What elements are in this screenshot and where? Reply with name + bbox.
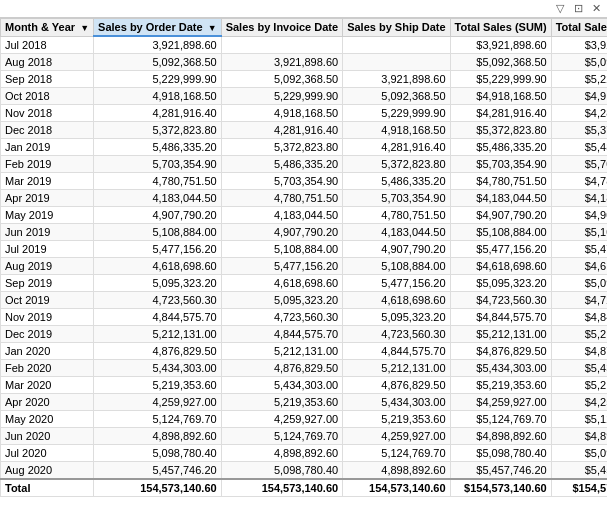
cell-total-sumx: $4,918,168.50 [551, 88, 607, 105]
cell-invoice: 5,477,156.20 [221, 258, 343, 275]
cell-invoice: 4,876,829.50 [221, 360, 343, 377]
cell-month: Feb 2019 [1, 156, 94, 173]
cell-total-sumx: $4,907,790.20 [551, 207, 607, 224]
table-row: Aug 2020 5,457,746.20 5,098,780.40 4,898… [1, 462, 608, 480]
table-row: Sep 2019 5,095,323.20 4,618,698.60 5,477… [1, 275, 608, 292]
cell-total-sum: $4,183,044.50 [450, 190, 551, 207]
cell-total-sumx: $4,898,892.60 [551, 428, 607, 445]
cell-month: Aug 2018 [1, 54, 94, 71]
total-sum: $154,573,140.60 [450, 479, 551, 497]
cell-month: Jan 2020 [1, 343, 94, 360]
cell-total-sum: $5,212,131.00 [450, 326, 551, 343]
cell-total-sumx: $4,183,044.50 [551, 190, 607, 207]
table-row: Nov 2018 4,281,916.40 4,918,168.50 5,229… [1, 105, 608, 122]
cell-total-sum: $5,092,368.50 [450, 54, 551, 71]
cell-total-sum: $4,780,751.50 [450, 173, 551, 190]
cell-order: 4,723,560.30 [94, 292, 222, 309]
table-row: Jun 2020 4,898,892.60 5,124,769.70 4,259… [1, 428, 608, 445]
cell-month: Dec 2019 [1, 326, 94, 343]
cell-invoice: 4,844,575.70 [221, 326, 343, 343]
sales-table: Month & Year ▼ Sales by Order Date ▼ Sal… [0, 18, 607, 497]
cell-ship: 4,618,698.60 [343, 292, 450, 309]
table-row: Aug 2018 5,092,368.50 3,921,898.60 $5,09… [1, 54, 608, 71]
cell-ship: 5,477,156.20 [343, 275, 450, 292]
cell-invoice: 5,124,769.70 [221, 428, 343, 445]
table-row: Jul 2018 3,921,898.60 $3,921,898.60 $3,9… [1, 36, 608, 54]
cell-total-sumx: $5,124,769.70 [551, 411, 607, 428]
table-container: Month & Year ▼ Sales by Order Date ▼ Sal… [0, 18, 607, 506]
cell-invoice: 5,219,353.60 [221, 394, 343, 411]
cell-total-sumx: $5,477,156.20 [551, 241, 607, 258]
cell-month: Jun 2019 [1, 224, 94, 241]
cell-total-sum: $5,434,303.00 [450, 360, 551, 377]
cell-total-sumx: $4,259,927.00 [551, 394, 607, 411]
cell-total-sumx: $5,229,999.90 [551, 71, 607, 88]
col-header-total-sum[interactable]: Total Sales (SUM) [450, 19, 551, 37]
cell-ship: 5,434,303.00 [343, 394, 450, 411]
cell-invoice: 4,618,698.60 [221, 275, 343, 292]
table-row: Jun 2019 5,108,884.00 4,907,790.20 4,183… [1, 224, 608, 241]
cell-ship: 4,844,575.70 [343, 343, 450, 360]
cell-order: 5,703,354.90 [94, 156, 222, 173]
col-header-ship[interactable]: Sales by Ship Date [343, 19, 450, 37]
col-header-total-sumx[interactable]: Total Sales (SUMX) [551, 19, 607, 37]
cell-total-sum: $5,372,823.80 [450, 122, 551, 139]
table-row: Jul 2020 5,098,780.40 4,898,892.60 5,124… [1, 445, 608, 462]
cell-total-sum: $5,457,746.20 [450, 462, 551, 480]
cell-month: Mar 2019 [1, 173, 94, 190]
sort-arrow-month: ▼ [80, 23, 89, 33]
cell-order: 4,844,575.70 [94, 309, 222, 326]
cell-total-sumx: $5,372,823.80 [551, 122, 607, 139]
cell-month: Jul 2020 [1, 445, 94, 462]
table-row: Feb 2019 5,703,354.90 5,486,335.20 5,372… [1, 156, 608, 173]
cell-total-sumx: $4,780,751.50 [551, 173, 607, 190]
cell-order: 4,281,916.40 [94, 105, 222, 122]
expand-icon[interactable]: ⊡ [571, 2, 585, 16]
cell-ship [343, 54, 450, 71]
cell-month: Nov 2018 [1, 105, 94, 122]
total-invoice: 154,573,140.60 [221, 479, 343, 497]
cell-order: 5,229,999.90 [94, 71, 222, 88]
cell-order: 4,876,829.50 [94, 343, 222, 360]
col-header-month[interactable]: Month & Year ▼ [1, 19, 94, 37]
cell-total-sum: $3,921,898.60 [450, 36, 551, 54]
cell-order: 5,477,156.20 [94, 241, 222, 258]
cell-total-sumx: $4,281,916.40 [551, 105, 607, 122]
cell-order: 5,108,884.00 [94, 224, 222, 241]
cell-ship: 5,703,354.90 [343, 190, 450, 207]
cell-month: Jun 2020 [1, 428, 94, 445]
cell-invoice: 5,486,335.20 [221, 156, 343, 173]
cell-total-sumx: $5,095,323.20 [551, 275, 607, 292]
cell-month: May 2019 [1, 207, 94, 224]
col-header-invoice[interactable]: Sales by Invoice Date [221, 19, 343, 37]
cell-total-sumx: $5,434,303.00 [551, 360, 607, 377]
cell-invoice: 5,229,999.90 [221, 88, 343, 105]
table-row: Oct 2019 4,723,560.30 5,095,323.20 4,618… [1, 292, 608, 309]
cell-ship: 4,898,892.60 [343, 462, 450, 480]
cell-order: 4,259,927.00 [94, 394, 222, 411]
cell-month: Mar 2020 [1, 377, 94, 394]
cell-month: Sep 2018 [1, 71, 94, 88]
filter-icon[interactable]: ▽ [553, 2, 567, 16]
cell-total-sum: $4,618,698.60 [450, 258, 551, 275]
cell-total-sumx: $3,921,898.60 [551, 36, 607, 54]
cell-invoice [221, 36, 343, 54]
col-header-order[interactable]: Sales by Order Date ▼ [94, 19, 222, 37]
cell-month: Nov 2019 [1, 309, 94, 326]
cell-month: Apr 2020 [1, 394, 94, 411]
cell-total-sumx: $5,212,131.00 [551, 326, 607, 343]
cell-total-sum: $4,723,560.30 [450, 292, 551, 309]
cell-month: May 2020 [1, 411, 94, 428]
close-icon[interactable]: ✕ [589, 2, 603, 16]
cell-order: 4,618,698.60 [94, 258, 222, 275]
cell-invoice: 5,108,884.00 [221, 241, 343, 258]
cell-invoice: 5,372,823.80 [221, 139, 343, 156]
table-row: May 2019 4,907,790.20 4,183,044.50 4,780… [1, 207, 608, 224]
cell-invoice: 5,095,323.20 [221, 292, 343, 309]
total-sumx: $154,573,140.60 [551, 479, 607, 497]
table-row: Sep 2018 5,229,999.90 5,092,368.50 3,921… [1, 71, 608, 88]
cell-total-sumx: $5,108,884.00 [551, 224, 607, 241]
cell-total-sum: $4,876,829.50 [450, 343, 551, 360]
cell-order: 5,092,368.50 [94, 54, 222, 71]
cell-month: Feb 2020 [1, 360, 94, 377]
